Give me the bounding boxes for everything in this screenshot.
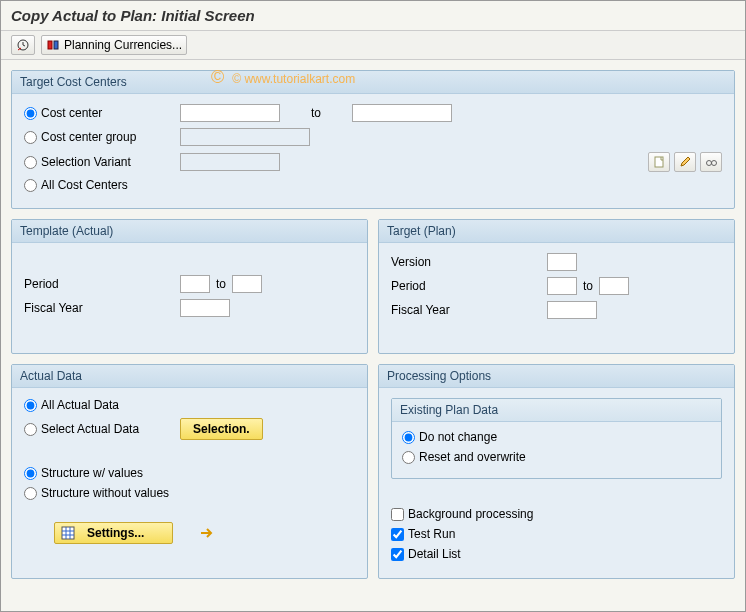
all-actual-data-radio[interactable]: All Actual Data [24, 398, 119, 412]
variant-edit-button[interactable] [674, 152, 696, 172]
selection-variant-radio[interactable]: Selection Variant [24, 155, 174, 169]
structure-with-values-radio-input[interactable] [24, 467, 37, 480]
cost-center-from-input[interactable] [180, 104, 280, 122]
structure-with-values-label: Structure w/ values [41, 466, 143, 480]
template-period-from-input[interactable] [180, 275, 210, 293]
do-not-change-radio-input[interactable] [402, 431, 415, 444]
grid-icon [61, 526, 75, 540]
all-cost-centers-radio-input[interactable] [24, 179, 37, 192]
target-period-to-input[interactable] [599, 277, 629, 295]
period-label: Period [391, 279, 541, 293]
all-cost-centers-label: All Cost Centers [41, 178, 128, 192]
toolbar: Planning Currencies... [1, 30, 745, 60]
svg-rect-3 [655, 157, 663, 167]
target-cost-centers-group: Target Cost Centers Cost center to Cost … [11, 70, 735, 209]
group-title: Target (Plan) [379, 220, 734, 243]
reset-overwrite-radio[interactable]: Reset and overwrite [402, 450, 526, 464]
currencies-icon [46, 38, 60, 52]
test-run-checkbox[interactable]: Test Run [391, 527, 455, 541]
execute-button[interactable] [11, 35, 35, 55]
template-fiscal-year-input[interactable] [180, 299, 230, 317]
planning-currencies-button[interactable]: Planning Currencies... [41, 35, 187, 55]
do-not-change-label: Do not change [419, 430, 497, 444]
detail-list-checkbox[interactable]: Detail List [391, 547, 461, 561]
settings-label: Settings... [87, 526, 144, 540]
variant-create-button[interactable] [648, 152, 670, 172]
cost-center-radio-input[interactable] [24, 107, 37, 120]
svg-point-4 [707, 161, 712, 166]
nested-title: Existing Plan Data [392, 399, 721, 422]
selection-button[interactable]: Selection. [180, 418, 263, 440]
svg-rect-1 [48, 41, 52, 49]
processing-options-group: Processing Options Existing Plan Data Do… [378, 364, 735, 579]
detail-list-input[interactable] [391, 548, 404, 561]
svg-point-5 [712, 161, 717, 166]
cost-center-group-radio-input[interactable] [24, 131, 37, 144]
selection-variant-label: Selection Variant [41, 155, 131, 169]
execute-clock-icon [16, 38, 30, 52]
target-version-input[interactable] [547, 253, 577, 271]
test-run-label: Test Run [408, 527, 455, 541]
selection-variant-radio-input[interactable] [24, 156, 37, 169]
structure-without-values-radio[interactable]: Structure without values [24, 486, 169, 500]
target-plan-group: Target (Plan) Version Period to Fiscal Y… [378, 219, 735, 354]
template-actual-group: Template (Actual) Period to Fiscal Year [11, 219, 368, 354]
select-actual-data-radio[interactable]: Select Actual Data [24, 422, 174, 436]
svg-rect-6 [62, 527, 74, 539]
sap-window: Copy Actual to Plan: Initial Screen Plan… [0, 0, 746, 612]
content: Target Cost Centers Cost center to Cost … [1, 60, 745, 589]
settings-button[interactable]: Settings... [54, 522, 173, 544]
target-period-from-input[interactable] [547, 277, 577, 295]
to-label: to [583, 279, 593, 293]
version-label: Version [391, 255, 541, 269]
document-icon [653, 156, 665, 168]
background-processing-input[interactable] [391, 508, 404, 521]
background-processing-label: Background processing [408, 507, 533, 521]
select-actual-data-radio-input[interactable] [24, 423, 37, 436]
existing-plan-data-group: Existing Plan Data Do not change [391, 398, 722, 479]
cost-center-group-label: Cost center group [41, 130, 136, 144]
group-title: Processing Options [379, 365, 734, 388]
cost-center-group-radio[interactable]: Cost center group [24, 130, 174, 144]
arrow-right-icon [199, 526, 215, 540]
cost-center-radio[interactable]: Cost center [24, 106, 174, 120]
structure-with-values-radio[interactable]: Structure w/ values [24, 466, 143, 480]
structure-without-values-radio-input[interactable] [24, 487, 37, 500]
test-run-input[interactable] [391, 528, 404, 541]
group-title: Template (Actual) [12, 220, 367, 243]
selection-variant-input [180, 153, 280, 171]
detail-list-label: Detail List [408, 547, 461, 561]
period-label: Period [24, 277, 174, 291]
to-label: to [286, 106, 346, 120]
pencil-icon [679, 156, 691, 168]
reset-overwrite-radio-input[interactable] [402, 451, 415, 464]
variant-display-button[interactable] [700, 152, 722, 172]
fiscal-year-label: Fiscal Year [391, 303, 541, 317]
background-processing-checkbox[interactable]: Background processing [391, 507, 533, 521]
glasses-icon [705, 156, 717, 168]
group-title: Target Cost Centers [12, 71, 734, 94]
group-title: Actual Data [12, 365, 367, 388]
planning-currencies-label: Planning Currencies... [64, 38, 182, 52]
cost-center-to-input[interactable] [352, 104, 452, 122]
target-fiscal-year-input[interactable] [547, 301, 597, 319]
page-title: Copy Actual to Plan: Initial Screen [1, 1, 745, 30]
all-actual-data-label: All Actual Data [41, 398, 119, 412]
to-label: to [216, 277, 226, 291]
do-not-change-radio[interactable]: Do not change [402, 430, 497, 444]
template-period-to-input[interactable] [232, 275, 262, 293]
cost-center-label: Cost center [41, 106, 102, 120]
all-cost-centers-radio[interactable]: All Cost Centers [24, 178, 174, 192]
svg-rect-2 [54, 41, 58, 49]
cost-center-group-input [180, 128, 310, 146]
structure-without-values-label: Structure without values [41, 486, 169, 500]
actual-data-group: Actual Data All Actual Data Select Actua… [11, 364, 368, 579]
reset-overwrite-label: Reset and overwrite [419, 450, 526, 464]
all-actual-data-radio-input[interactable] [24, 399, 37, 412]
fiscal-year-label: Fiscal Year [24, 301, 174, 315]
select-actual-data-label: Select Actual Data [41, 422, 139, 436]
